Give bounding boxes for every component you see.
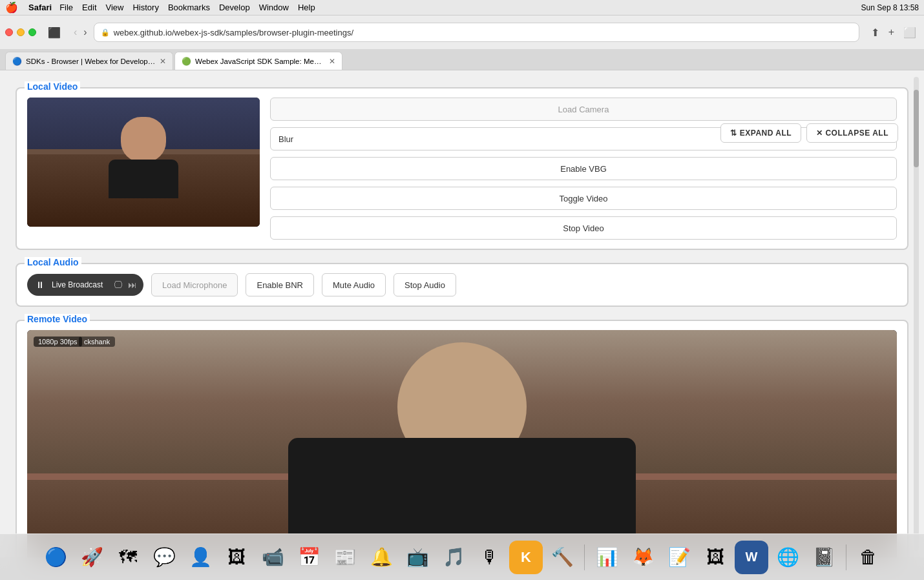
load-microphone-button[interactable]: Load Microphone [151,273,238,296]
video-controls: Load Camera Blur ▾ Enable VBG Toggle Vid… [270,98,897,240]
expand-all-button[interactable]: ⇅ EXPAND ALL [720,123,801,143]
close-window-button[interactable] [5,28,13,36]
remote-video-badge: 1080p 30fps [34,337,82,347]
collapse-all-button[interactable]: ✕ COLLAPSE ALL [806,123,898,143]
minimize-window-button[interactable] [17,28,25,36]
dock-item-messages[interactable]: 💬 [147,541,181,574]
local-cam-feed [27,98,260,227]
remote-video-title: Remote Video [25,314,90,324]
traffic-lights [5,28,36,36]
audio-forward-icon: ⏭ [128,280,137,290]
audio-player-label: Live Broadcast [52,280,109,289]
tab-close-sdks[interactable]: ✕ [160,57,166,66]
audio-pause-button[interactable]: ⏸ [34,278,47,291]
dock-item-podcasts[interactable]: 🎙 [473,541,507,574]
tab-bar: 🔵 SDKs - Browser | Webex for Developers … [0,49,924,70]
dock-item-firefox[interactable]: 🦊 [626,541,660,574]
local-audio-title: Local Audio [25,257,81,267]
stop-audio-button[interactable]: Stop Audio [394,273,456,296]
dock-item-webex[interactable]: 🌐 [771,541,804,574]
remote-name-tag: ckshank [79,337,115,347]
menu-help[interactable]: Help [298,3,315,12]
remote-video-preview: 1080p 30fps ckshank [27,330,897,557]
dock-item-textedit[interactable]: 📝 [662,541,696,574]
local-video-preview: 720p 30fps [27,98,260,227]
local-audio-panel: Local Audio ⏸ Live Broadcast 🖵 ⏭ Load Mi… [16,263,908,307]
local-video-panel: Local Video 720p 30fps Load Camera Blur [16,87,908,250]
dock-item-xcode[interactable]: 🔨 [545,541,579,574]
menu-history[interactable]: History [132,3,158,12]
enable-bnr-button[interactable]: Enable BNR [246,273,314,296]
new-tab-button[interactable]: + [886,25,897,39]
page-content: ⇅ EXPAND ALL ✕ COLLAPSE ALL Local Video … [0,70,924,557]
audio-output-icon: 🖵 [114,280,123,290]
scrollbar-track[interactable] [914,77,919,551]
menubar-time: Sun Sep 8 13:58 [861,3,919,12]
browser-toolbar: ⬛ ‹ › 🔒 webex.github.io/webex-js-sdk/sam… [0,16,924,49]
back-button[interactable]: ‹ [71,25,79,39]
dock-item-word[interactable]: W [735,541,768,574]
menu-develop[interactable]: Develop [219,3,250,12]
dock-item-contacts[interactable]: 👤 [184,541,217,574]
lock-icon: 🔒 [101,28,110,37]
dock-separator-2 [846,544,846,570]
toggle-video-button[interactable]: Toggle Video [270,187,897,210]
tab-webex[interactable]: 🟢 Webex JavaScript SDK Sample: Meetings … [174,52,342,70]
remote-cam-feed [27,330,897,557]
load-camera-button[interactable]: Load Camera [270,98,897,121]
webex-main: Local Video 720p 30fps Load Camera Blur [13,77,911,551]
tab-sdks[interactable]: 🔵 SDKs - Browser | Webex for Developers … [5,52,173,70]
url-text: webex.github.io/webex-js-sdk/samples/bro… [114,28,852,37]
menu-file[interactable]: File [59,3,73,12]
dock-item-keynote[interactable]: K [509,541,543,574]
forward-button[interactable]: › [81,25,89,39]
tab-overview-button[interactable]: ⬜ [901,25,919,40]
dock-item-finder[interactable]: 🔵 [39,541,72,574]
tab-close-webex[interactable]: ✕ [329,57,335,66]
dock-item-calendar[interactable]: 📅 [292,541,326,574]
cam-person-body [109,160,178,198]
menu-edit[interactable]: Edit [82,3,96,12]
dock-item-preview[interactable]: 🖼 [698,541,732,574]
dock-separator [584,544,585,570]
dock-item-maps[interactable]: 🗺 [111,541,145,574]
local-video-content: 720p 30fps Load Camera Blur ▾ Enable VBG [27,98,897,240]
menu-bookmarks[interactable]: Bookmarks [168,3,210,12]
toolbar-right: ⬆ + ⬜ [868,25,919,40]
stop-video-button[interactable]: Stop Video [270,216,897,240]
dock-item-numbers[interactable]: 📊 [590,541,624,574]
sidebar-toggle-button[interactable]: ⬛ [45,23,63,41]
menu-view[interactable]: View [106,3,124,12]
tab-label-sdks: SDKs - Browser | Webex for Developers [26,57,156,65]
dock-item-appletv[interactable]: 📺 [401,541,434,574]
audio-content: ⏸ Live Broadcast 🖵 ⏭ Load Microphone Ena… [27,273,897,296]
menubar-right: Sun Sep 8 13:58 [861,0,919,16]
app-name[interactable]: Safari [28,3,52,12]
menu-window[interactable]: Window [259,3,289,12]
enable-vbg-button[interactable]: Enable VBG [270,157,897,180]
audio-player: ⏸ Live Broadcast 🖵 ⏭ [27,274,143,296]
dock-item-reminders[interactable]: 🔔 [364,541,398,574]
remote-video-panel: Remote Video 1080p 30fps ckshank [16,320,908,557]
dock-item-trash[interactable]: 🗑 [852,541,885,574]
dock-item-onenote[interactable]: 📓 [807,541,841,574]
dock: 🔵 🚀 🗺 💬 👤 🖼 📹 📅 📰 🔔 📺 🎵 🎙 K 🔨 📊 🦊 📝 🖼 W … [0,533,924,580]
mute-audio-button[interactable]: Mute Audio [322,273,386,296]
dock-item-news[interactable]: 📰 [328,541,362,574]
scrollbar-thumb[interactable] [914,90,919,167]
maximize-window-button[interactable] [28,28,36,36]
tab-favicon-sdks: 🔵 [12,57,22,66]
menu-items: File Edit View History Bookmarks Develop… [59,3,315,12]
dock-item-photos[interactable]: 🖼 [220,541,253,574]
dock-item-facetime[interactable]: 📹 [256,541,289,574]
apple-menu-icon[interactable]: 🍎 [5,1,18,14]
browser-chrome: ⬛ ‹ › 🔒 webex.github.io/webex-js-sdk/sam… [0,16,924,70]
address-bar[interactable]: 🔒 webex.github.io/webex-js-sdk/samples/b… [94,23,859,42]
tab-favicon-webex: 🟢 [182,57,191,66]
dock-item-launchpad[interactable]: 🚀 [75,541,109,574]
blur-label: Blur [278,134,293,144]
local-video-title: Local Video [25,81,80,92]
dock-item-music[interactable]: 🎵 [437,541,470,574]
share-button[interactable]: ⬆ [868,25,882,40]
remote-person-body [288,438,636,533]
